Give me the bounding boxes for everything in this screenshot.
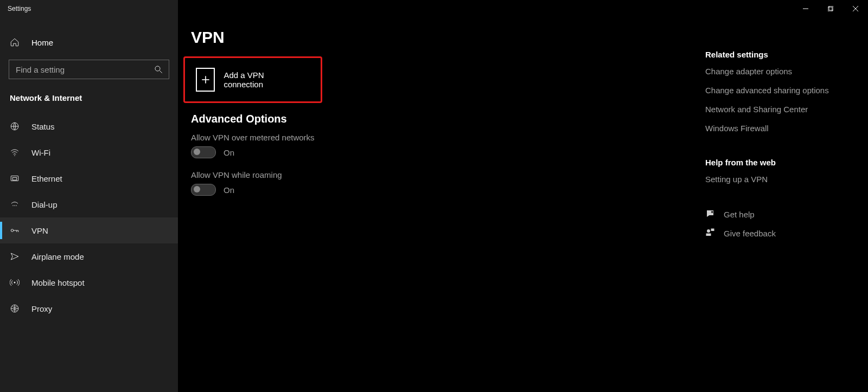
link-give-feedback[interactable]: Give feedback (705, 228, 857, 239)
svg-point-9 (11, 229, 14, 232)
svg-point-3 (14, 155, 15, 156)
sidebar-item-label: Proxy (31, 304, 52, 313)
sidebar-item-vpn[interactable]: VPN (0, 217, 178, 243)
right-rail: Related settings Change adapter options … (705, 17, 868, 392)
main-area: VPN Add a VPN connection Advanced Option… (178, 0, 868, 392)
wifi-icon (10, 147, 20, 157)
get-help-label: Get help (724, 210, 755, 219)
add-vpn-button[interactable]: Add a VPN connection (185, 61, 321, 98)
title-bar: Settings (0, 0, 178, 17)
svg-rect-22 (711, 229, 714, 232)
close-button[interactable] (843, 0, 868, 17)
link-change-adapter[interactable]: Change adapter options (705, 67, 857, 76)
page-title: VPN (191, 28, 705, 47)
svg-point-0 (155, 66, 160, 71)
sidebar-item-label: Mobile hotspot (31, 278, 85, 287)
minimize-button[interactable] (793, 0, 818, 17)
settings-window: Settings Home Network & Internet Status (0, 0, 868, 392)
search-input[interactable] (15, 65, 154, 75)
window-title: Settings (0, 5, 31, 12)
related-settings-block: Related settings Change adapter options … (705, 50, 857, 133)
link-get-help[interactable]: Get help (705, 209, 857, 220)
sidebar-item-ethernet[interactable]: Ethernet (0, 165, 178, 191)
window-controls (793, 0, 868, 17)
footer-links: Get help Give feedback (705, 209, 857, 239)
sidebar-item-status[interactable]: Status (0, 113, 178, 139)
toggle-metered-label: Allow VPN over metered networks (191, 133, 705, 142)
chat-icon (705, 209, 715, 220)
related-settings-heading: Related settings (705, 50, 857, 59)
svg-point-10 (14, 282, 16, 284)
ethernet-icon (10, 173, 20, 183)
home-label: Home (31, 38, 53, 47)
svg-rect-14 (829, 6, 833, 10)
home-link[interactable]: Home (0, 30, 178, 54)
advanced-options-heading: Advanced Options (191, 113, 705, 125)
search-icon (154, 65, 163, 74)
toggle-metered-state: On (224, 148, 234, 157)
sidebar-item-label: Wi-Fi (31, 148, 50, 157)
title-bar-right (178, 0, 868, 17)
feedback-icon (705, 228, 715, 239)
svg-point-6 (12, 205, 14, 207)
link-setup-vpn[interactable]: Setting up a VPN (705, 175, 857, 184)
sidebar-item-airplane[interactable]: Airplane mode (0, 243, 178, 269)
hotspot-icon (10, 278, 20, 287)
svg-rect-21 (706, 234, 711, 236)
toggle-metered[interactable] (191, 146, 216, 158)
sidebar-item-label: Ethernet (31, 174, 62, 183)
sidebar-item-label: Airplane mode (31, 252, 84, 261)
dialup-icon (10, 200, 20, 209)
plus-icon (196, 68, 215, 92)
svg-point-8 (16, 205, 17, 207)
svg-point-19 (711, 211, 714, 214)
sidebar-item-dialup[interactable]: Dial-up (0, 191, 178, 217)
sidebar: Settings Home Network & Internet Status (0, 0, 178, 392)
sidebar-item-label: VPN (31, 226, 48, 235)
sidebar-item-hotspot[interactable]: Mobile hotspot (0, 269, 178, 295)
toggle-roaming[interactable] (191, 184, 216, 196)
help-heading: Help from the web (705, 158, 857, 167)
svg-point-7 (14, 205, 15, 207)
sidebar-section-heading: Network & Internet (0, 85, 178, 110)
sidebar-item-label: Dial-up (31, 200, 58, 209)
link-windows-firewall[interactable]: Windows Firewall (705, 124, 857, 133)
proxy-icon (10, 304, 20, 313)
home-icon (10, 37, 20, 47)
svg-rect-13 (828, 7, 832, 11)
svg-line-1 (159, 70, 162, 73)
search-wrap (0, 54, 178, 85)
sidebar-item-wifi[interactable]: Wi-Fi (0, 139, 178, 165)
search-box[interactable] (9, 60, 169, 79)
toggle-roaming-label: Allow VPN while roaming (191, 170, 705, 179)
help-block: Help from the web Setting up a VPN (705, 158, 857, 184)
link-advanced-sharing[interactable]: Change advanced sharing options (705, 86, 857, 95)
give-feedback-label: Give feedback (724, 229, 776, 238)
vpn-icon (10, 226, 20, 235)
maximize-button[interactable] (818, 0, 843, 17)
sidebar-item-label: Status (31, 122, 55, 131)
toggle-roaming-state: On (224, 185, 234, 195)
airplane-icon (10, 252, 20, 261)
toggle-metered-group: Allow VPN over metered networks On (191, 133, 705, 158)
add-vpn-label: Add a VPN connection (224, 70, 288, 89)
svg-rect-5 (12, 178, 17, 181)
status-icon (10, 121, 20, 131)
toggle-roaming-group: Allow VPN while roaming On (191, 170, 705, 196)
sidebar-item-proxy[interactable]: Proxy (0, 295, 178, 322)
main-content: VPN Add a VPN connection Advanced Option… (178, 17, 705, 392)
link-network-sharing-center[interactable]: Network and Sharing Center (705, 105, 857, 114)
svg-point-20 (707, 229, 710, 233)
add-vpn-highlight: Add a VPN connection (183, 56, 322, 103)
